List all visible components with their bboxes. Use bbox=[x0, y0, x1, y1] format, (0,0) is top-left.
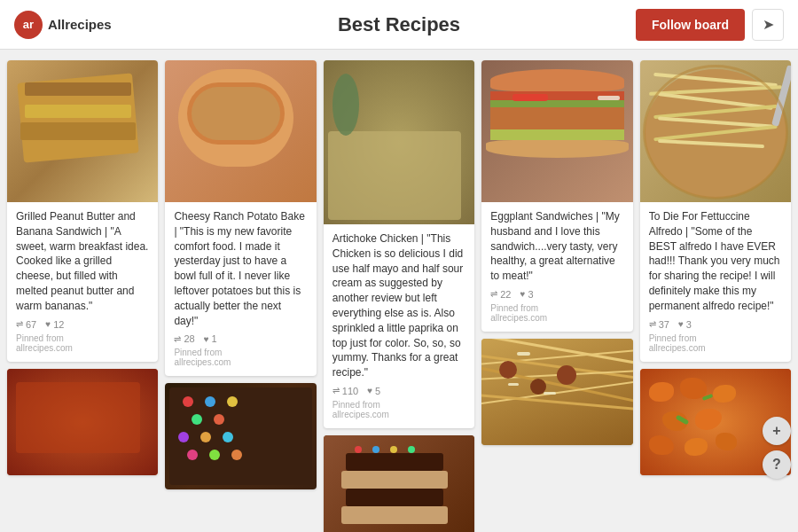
pin-body: To Die For Fettuccine Alfredo | "Some of… bbox=[640, 202, 791, 362]
pin-source: Pinned from allrecipes.com bbox=[174, 348, 307, 367]
like-count: ♥ 1 bbox=[204, 333, 217, 344]
pin-stats: ⇌ 37 ♥ 3 bbox=[649, 319, 782, 330]
pin-card[interactable]: Grilled Peanut Butter and Banana Sandwic… bbox=[7, 60, 158, 362]
heart-icon: ♥ bbox=[45, 319, 51, 329]
pin-title: Eggplant Sandwiches | "My husband and I … bbox=[490, 209, 623, 284]
pin-image-bottom bbox=[165, 383, 316, 489]
header-logo: ar Allrecipes bbox=[14, 11, 112, 39]
column-2: Cheesy Ranch Potato Bake | "This is my n… bbox=[165, 60, 316, 532]
pin-image bbox=[640, 60, 791, 202]
repin-count: ⇌ 28 bbox=[174, 333, 194, 344]
zoom-in-button[interactable]: + bbox=[763, 417, 791, 445]
follow-board-button[interactable]: Follow board bbox=[636, 9, 745, 41]
column-4: Eggplant Sandwiches | "My husband and I … bbox=[481, 60, 632, 532]
page-title: Best Recipes bbox=[338, 13, 460, 36]
help-button[interactable]: ? bbox=[763, 450, 791, 479]
like-count: ♥ 3 bbox=[678, 319, 692, 330]
pin-card[interactable]: Eggplant Sandwiches | "My husband and I … bbox=[481, 60, 632, 332]
heart-icon: ♥ bbox=[367, 386, 372, 395]
heart-icon: ♥ bbox=[520, 289, 525, 299]
pin-source: Pinned from allrecipes.com bbox=[649, 333, 782, 353]
brand-name: Allrecipes bbox=[48, 17, 112, 32]
repin-icon: ⇌ bbox=[490, 289, 497, 299]
pin-card[interactable]: Cheesy Ranch Potato Bake | "This is my n… bbox=[165, 60, 316, 376]
pin-stats: ⇌ 22 ♥ 3 bbox=[490, 289, 623, 300]
pin-source: Pinned from allrecipes.com bbox=[490, 303, 623, 323]
pin-image bbox=[7, 60, 158, 202]
pin-image-bottom bbox=[7, 369, 158, 475]
pin-body: Eggplant Sandwiches | "My husband and I … bbox=[481, 202, 632, 332]
repin-icon: ⇌ bbox=[174, 334, 181, 344]
repin-icon: ⇌ bbox=[649, 319, 656, 329]
pin-title: Cheesy Ranch Potato Bake | "This is my n… bbox=[174, 209, 307, 328]
heart-icon: ♥ bbox=[204, 334, 209, 344]
pin-body: Grilled Peanut Butter and Banana Sandwic… bbox=[7, 202, 158, 362]
pin-card-bottom[interactable] bbox=[324, 435, 474, 532]
pin-source: Pinned from allrecipes.com bbox=[332, 400, 466, 419]
pin-card-bottom[interactable] bbox=[165, 383, 316, 489]
header-actions: Follow board ➤ bbox=[636, 9, 784, 41]
repin-count: ⇌ 22 bbox=[490, 289, 511, 300]
pin-image-bottom bbox=[481, 339, 632, 445]
pin-title: Artichoke Chicken | "This Chicken is so … bbox=[332, 231, 466, 380]
pin-body: Artichoke Chicken | "This Chicken is so … bbox=[324, 224, 474, 428]
pin-source: Pinned from allrecipes.com bbox=[16, 333, 149, 353]
pin-image bbox=[324, 60, 474, 224]
send-icon: ➤ bbox=[763, 16, 774, 33]
pin-card[interactable]: Artichoke Chicken | "This Chicken is so … bbox=[324, 60, 474, 428]
pin-title: Grilled Peanut Butter and Banana Sandwic… bbox=[16, 209, 149, 314]
pin-stats: ⇌ 28 ♥ 1 bbox=[174, 333, 307, 344]
pinned-from-label: Pinned from bbox=[16, 333, 64, 343]
pin-body: Cheesy Ranch Potato Bake | "This is my n… bbox=[165, 202, 316, 376]
pin-card[interactable]: To Die For Fettuccine Alfredo | "Some of… bbox=[640, 60, 791, 362]
repin-count: ⇌ 67 bbox=[16, 319, 36, 330]
like-count: ♥ 3 bbox=[520, 289, 533, 300]
like-count: ♥ 5 bbox=[367, 386, 380, 396]
pin-stats: ⇌ 110 ♥ 5 bbox=[332, 386, 466, 396]
repin-count: ⇌ 37 bbox=[649, 319, 669, 330]
pin-title: To Die For Fettuccine Alfredo | "Some of… bbox=[649, 209, 782, 314]
logo-icon: ar bbox=[14, 11, 43, 39]
pin-image-bottom bbox=[324, 435, 474, 532]
heart-icon: ♥ bbox=[678, 319, 684, 329]
repin-icon: ⇌ bbox=[16, 319, 23, 329]
column-1: Grilled Peanut Butter and Banana Sandwic… bbox=[7, 60, 158, 532]
pin-board: Grilled Peanut Butter and Banana Sandwic… bbox=[0, 50, 798, 532]
like-count: ♥ 12 bbox=[45, 319, 64, 330]
repin-count: ⇌ 110 bbox=[332, 386, 358, 396]
pin-card-bottom[interactable] bbox=[7, 369, 158, 475]
side-buttons: + ? bbox=[763, 417, 791, 479]
pin-image bbox=[481, 60, 632, 202]
send-button[interactable]: ➤ bbox=[752, 9, 784, 41]
repin-icon: ⇌ bbox=[332, 386, 340, 395]
pin-card-bottom[interactable] bbox=[481, 339, 632, 445]
pin-image bbox=[165, 60, 316, 202]
header: ar Allrecipes Best Recipes Follow board … bbox=[0, 0, 798, 50]
column-3: Artichoke Chicken | "This Chicken is so … bbox=[324, 60, 474, 532]
pin-stats: ⇌ 67 ♥ 12 bbox=[16, 319, 149, 330]
